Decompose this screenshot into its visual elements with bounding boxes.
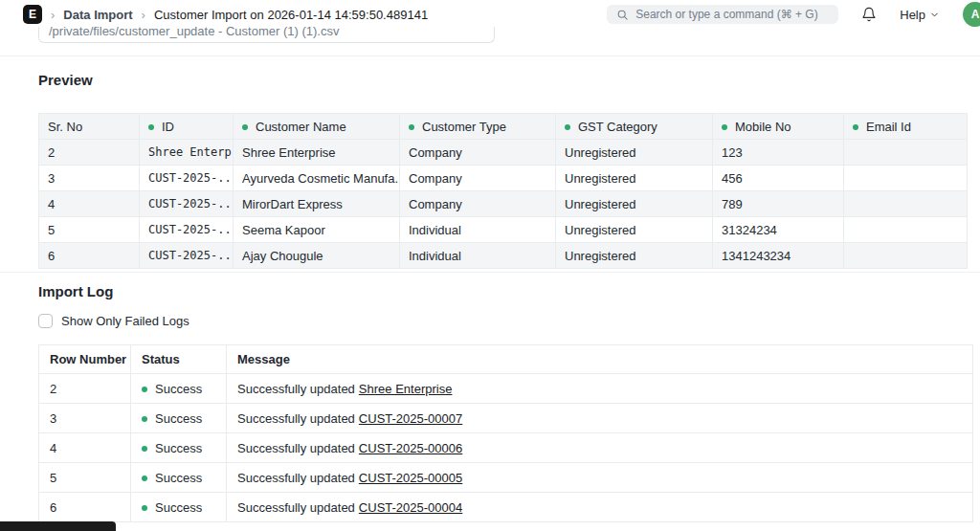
column-mapped-dot: [853, 124, 858, 130]
preview-col-email-id[interactable]: Email Id: [844, 114, 968, 140]
record-link[interactable]: CUST-2025-00005: [359, 471, 462, 485]
success-dot: [142, 387, 147, 392]
cell-id: CUST-2025-...: [140, 243, 234, 269]
cell-type: Company: [400, 140, 556, 166]
import-log-table: Row Number Status Message 2 Success Succ…: [38, 344, 973, 522]
cell-email: [844, 140, 968, 166]
log-cell-message: Successfully updatedCUST-2025-00006: [227, 433, 973, 463]
preview-col-gst-category[interactable]: GST Category: [556, 114, 713, 140]
import-log-row: 3 Success Successfully updatedCUST-2025-…: [39, 404, 973, 433]
page: E › Data Import › Customer Import on 202…: [0, 0, 980, 531]
preview-row: 4 CUST-2025-... MirorDart Express Compan…: [39, 191, 968, 217]
breadcrumb-separator: ›: [51, 8, 55, 22]
import-log-row: 6 Success Successfully updatedCUST-2025-…: [39, 493, 973, 522]
log-cell-status: Success: [131, 493, 227, 522]
cell-email: [844, 243, 968, 269]
log-cell-row: 2: [39, 374, 131, 404]
import-file-name: /private/files/customer_update - Custome…: [39, 27, 494, 38]
show-only-failed-logs-checkbox[interactable]: [38, 314, 53, 328]
preview-header-row: Sr. No ID Customer Name Customer Type GS…: [39, 114, 968, 140]
record-link[interactable]: CUST-2025-00006: [359, 441, 462, 455]
cell-email: [844, 166, 968, 191]
import-file-attachment[interactable]: /private/files/customer_update - Custome…: [38, 27, 495, 43]
log-cell-message: Successfully updatedCUST-2025-00005: [227, 463, 973, 493]
notifications-button[interactable]: [861, 7, 877, 22]
breadcrumb-current-doc[interactable]: Customer Import on 2026-01-14 14:59:50.4…: [154, 8, 428, 22]
breadcrumb-separator: ›: [142, 8, 145, 22]
record-link[interactable]: CUST-2025-00004: [359, 500, 462, 515]
cell-email: [844, 217, 968, 243]
cell-id: CUST-2025-...: [140, 191, 234, 217]
app-logo[interactable]: E: [23, 5, 42, 24]
cell-gst: Unregistered: [556, 243, 713, 269]
success-dot: [142, 446, 147, 452]
section-divider: [0, 55, 980, 56]
success-dot: [142, 505, 147, 511]
preview-col-mobile-no[interactable]: Mobile No: [713, 114, 844, 140]
log-cell-status: Success: [131, 433, 227, 463]
cell-type: Individual: [400, 243, 556, 269]
cell-mobile: 31324234: [713, 217, 844, 243]
log-cell-row: 5: [39, 463, 131, 493]
cell-sr: 6: [39, 243, 140, 269]
avatar-letter: A: [971, 8, 980, 21]
column-mapped-dot: [148, 124, 154, 130]
log-col-row-number: Row Number: [39, 345, 131, 374]
log-cell-row: 4: [39, 433, 131, 463]
cell-sr: 5: [39, 217, 140, 243]
show-only-failed-logs-label: Show Only Failed Logs: [61, 314, 189, 328]
breadcrumb-data-import[interactable]: Data Import: [63, 8, 132, 22]
preview-row: 6 CUST-2025-... Ajay Chougule Individual…: [39, 243, 968, 269]
cell-name: Seema Kapoor: [234, 217, 400, 243]
bottom-toast: [0, 521, 116, 531]
column-mapped-dot: [242, 124, 248, 130]
success-dot: [142, 416, 147, 422]
preview-col-customer-type[interactable]: Customer Type: [400, 114, 556, 140]
section-divider: [0, 272, 980, 273]
cell-gst: Unregistered: [556, 217, 713, 243]
column-mapped-dot: [565, 124, 570, 130]
cell-mobile: 456: [713, 166, 844, 191]
navbar: E › Data Import › Customer Import on 202…: [0, 0, 980, 27]
record-link[interactable]: Shree Enterprise: [359, 382, 453, 396]
import-log-row: 2 Success Successfully updatedShree Ente…: [39, 374, 973, 404]
cell-name: Shree Enterprise: [234, 140, 400, 166]
cell-name: Ajay Chougule: [234, 243, 400, 269]
cell-type: Company: [400, 191, 556, 217]
cell-email: [844, 191, 968, 217]
log-col-message: Message: [227, 345, 973, 374]
cell-name: MirorDart Express: [234, 191, 400, 217]
import-log-row: 4 Success Successfully updatedCUST-2025-…: [39, 433, 973, 463]
chevron-down-icon: [929, 10, 940, 20]
cell-id: CUST-2025-...: [140, 217, 234, 243]
log-cell-message: Successfully updatedCUST-2025-00007: [227, 404, 973, 433]
record-link[interactable]: CUST-2025-00007: [359, 411, 462, 426]
cell-id: Shree Enterpri...: [140, 140, 234, 166]
log-cell-status: Success: [131, 374, 227, 404]
navbar-actions: Search or type a command (⌘ + G) Help A: [607, 2, 967, 27]
global-search-placeholder: Search or type a command (⌘ + G): [635, 8, 817, 21]
cell-mobile: 789: [713, 191, 844, 217]
help-label: Help: [900, 8, 925, 22]
user-avatar[interactable]: A: [963, 2, 980, 27]
cell-gst: Unregistered: [556, 191, 713, 217]
cell-mobile: 123: [713, 140, 844, 166]
preview-row: 3 CUST-2025-... Ayurveda Cosmetic Manufa…: [39, 166, 968, 191]
preview-col-customer-name[interactable]: Customer Name: [234, 114, 400, 140]
import-log-section: Import Log Show Only Failed Logs Row Num…: [0, 283, 980, 522]
show-only-failed-logs-toggle[interactable]: Show Only Failed Logs: [38, 314, 980, 328]
cell-sr: 4: [39, 191, 140, 217]
cell-gst: Unregistered: [556, 166, 713, 191]
column-mapped-dot: [409, 124, 414, 130]
cell-gst: Unregistered: [556, 140, 713, 166]
help-menu[interactable]: Help: [900, 8, 940, 22]
import-log-header-row: Row Number Status Message: [39, 345, 973, 374]
search-icon: [616, 9, 629, 21]
bell-icon: [861, 7, 877, 22]
log-cell-row: 6: [39, 493, 131, 522]
cell-type: Individual: [400, 217, 556, 243]
preview-col-id[interactable]: ID: [140, 114, 234, 140]
global-search-input[interactable]: Search or type a command (⌘ + G): [607, 5, 838, 24]
log-cell-row: 3: [39, 404, 131, 433]
cell-mobile: 1341243234: [713, 243, 844, 269]
